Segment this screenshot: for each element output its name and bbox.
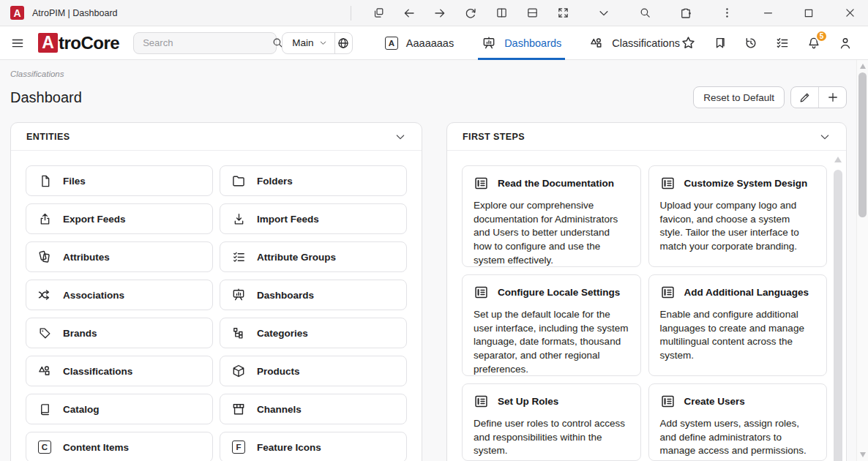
entity-button-attributes[interactable]: Attributes — [26, 241, 213, 272]
add-plus-icon[interactable] — [819, 87, 846, 108]
attributes-icon — [37, 250, 52, 264]
card-read-documentation[interactable]: Read the Documentation Explore our compr… — [462, 165, 641, 267]
storefront-icon — [231, 402, 246, 416]
search-input[interactable] — [143, 37, 272, 48]
card-add-languages[interactable]: Add Additional Languages Enable and conf… — [648, 274, 828, 376]
export-icon — [37, 211, 52, 226]
collapse-chevron-icon[interactable] — [394, 131, 406, 143]
favorites-star-icon[interactable] — [680, 35, 696, 51]
page-title: Dashboard — [10, 89, 82, 106]
tab-classifications[interactable]: Classifications — [589, 26, 680, 60]
card-create-users[interactable]: Create Users Add system users, assign ro… — [648, 383, 828, 461]
entity-button-files[interactable]: Files — [26, 165, 213, 196]
entity-button-categories[interactable]: Categories — [220, 318, 407, 348]
article-icon — [660, 394, 676, 409]
split-vertical-icon[interactable] — [495, 7, 508, 20]
first-steps-panel: FIRST STEPS Read the Documentation Explo… — [446, 122, 847, 461]
first-steps-panel-title: FIRST STEPS — [463, 132, 525, 142]
nav-tabs: A Aaaaaaas Dashboards Classifications — [385, 26, 680, 60]
forward-icon[interactable] — [433, 7, 446, 20]
scroll-up-arrow[interactable] — [834, 157, 842, 162]
panel-scrollbar — [834, 155, 842, 461]
entity-button-dashboards[interactable]: Dashboards — [220, 280, 407, 310]
page-scrollbar — [856, 60, 868, 461]
tab-label: Aaaaaaas — [406, 37, 454, 49]
cube-icon — [231, 364, 246, 378]
import-icon — [231, 211, 246, 226]
card-set-up-roles[interactable]: Set Up Roles Define user roles to contro… — [462, 383, 641, 461]
dashboard-icon — [482, 36, 496, 50]
notification-badge: 5 — [815, 30, 828, 42]
entity-button-classifications[interactable]: Classifications — [26, 356, 213, 386]
entities-panel-title: ENTITIES — [26, 132, 70, 142]
tab-aaaaaaas[interactable]: A Aaaaaaas — [385, 26, 454, 60]
entity-button-import-feeds[interactable]: Import Feeds — [220, 203, 407, 234]
article-icon — [474, 285, 489, 300]
article-icon — [660, 176, 676, 191]
scroll-down-arrow[interactable] — [860, 452, 866, 457]
classification-icon — [37, 364, 52, 378]
breadcrumb[interactable]: Classifications — [0, 60, 868, 78]
entity-button-attribute-groups[interactable]: Attribute Groups — [220, 241, 407, 272]
scrollbar-thumb[interactable] — [834, 170, 842, 461]
close-icon[interactable] — [843, 7, 856, 20]
entity-button-associations[interactable]: Associations — [26, 280, 213, 310]
menu-kebab-icon[interactable] — [720, 7, 733, 20]
reset-to-default-button[interactable]: Reset to Default — [693, 86, 785, 108]
back-icon[interactable] — [403, 7, 416, 20]
scroll-up-arrow[interactable] — [860, 64, 866, 69]
tasks-checklist-icon[interactable] — [774, 35, 790, 51]
tag-icon — [37, 326, 52, 340]
site-select[interactable]: Main — [283, 33, 334, 53]
dashboard-edit-group — [790, 86, 847, 108]
duplicate-tab-icon[interactable] — [372, 7, 385, 20]
scrollbar-thumb[interactable] — [858, 72, 867, 217]
shuffle-icon — [37, 288, 52, 302]
chevron-down-icon[interactable] — [597, 7, 610, 20]
split-horizontal-icon[interactable] — [525, 7, 539, 20]
entity-button-products[interactable]: Products — [220, 356, 407, 386]
site-select-value: Main — [292, 37, 313, 48]
article-icon — [474, 176, 489, 191]
letter-a-icon: A — [385, 37, 398, 50]
favicon: A — [10, 6, 24, 20]
site-switcher: Main — [282, 32, 353, 54]
dashboard-icon — [231, 288, 246, 302]
refresh-icon[interactable] — [464, 7, 477, 20]
edit-pencil-icon[interactable] — [791, 87, 818, 108]
tree-icon — [231, 326, 246, 340]
history-icon[interactable] — [743, 35, 759, 51]
checklist-icon — [231, 250, 246, 264]
entity-button-content-items[interactable]: CContent Items — [26, 432, 213, 461]
globe-icon[interactable] — [335, 33, 352, 53]
tab-dashboards[interactable]: Dashboards — [482, 26, 561, 60]
entity-button-feature-icons[interactable]: FFeature Icons — [220, 432, 407, 461]
app-header: A troCore Main A Aaaaaaas Dashboards Cla… — [0, 26, 868, 60]
card-configure-locale[interactable]: Configure Locale Settings Set up the def… — [462, 274, 641, 376]
letter-c-icon: C — [37, 440, 52, 454]
collapse-chevron-icon[interactable] — [819, 131, 831, 143]
book-icon — [37, 402, 52, 416]
bookmark-icon[interactable] — [711, 35, 727, 51]
entity-button-export-feeds[interactable]: Export Feeds — [26, 203, 213, 234]
logo-mark: A — [38, 33, 58, 53]
file-icon — [37, 173, 52, 188]
entity-button-catalog[interactable]: Catalog — [26, 394, 213, 424]
fullscreen-icon[interactable] — [556, 7, 569, 20]
extensions-icon[interactable] — [679, 7, 692, 20]
entity-button-folders[interactable]: Folders — [220, 165, 407, 196]
tab-label: Dashboards — [504, 37, 561, 49]
entity-button-brands[interactable]: Brands — [26, 318, 213, 348]
tab-label: Classifications — [612, 37, 680, 49]
menu-hamburger-icon[interactable] — [10, 36, 25, 50]
atrocore-logo[interactable]: A troCore — [38, 33, 119, 53]
notifications-bell-icon[interactable]: 5 — [806, 35, 822, 51]
entity-button-channels[interactable]: Channels — [220, 394, 407, 424]
zoom-icon[interactable] — [638, 7, 651, 20]
global-search[interactable] — [133, 32, 277, 54]
card-customize-design[interactable]: Customize System Design Upload your comp… — [648, 165, 828, 267]
user-account-icon[interactable] — [837, 35, 853, 51]
divider — [351, 6, 351, 20]
minimize-icon[interactable] — [761, 7, 774, 20]
maximize-icon[interactable] — [802, 7, 815, 20]
